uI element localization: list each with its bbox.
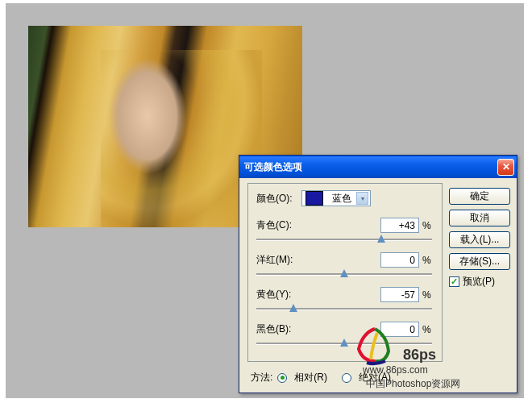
black-slider-thumb[interactable]: [340, 339, 348, 350]
cyan-slider-thumb[interactable]: [377, 235, 385, 246]
magenta-label: 洋红(M):: [256, 253, 301, 267]
ok-button[interactable]: 确定: [449, 188, 510, 205]
relative-label: 相对(R): [294, 371, 327, 384]
cancel-button[interactable]: 取消: [449, 210, 510, 226]
preview-checkbox[interactable]: ✓: [449, 276, 459, 287]
black-input[interactable]: [380, 322, 419, 337]
watermark-desc: 中国Photoshop资源网: [366, 377, 460, 391]
cyan-input[interactable]: [380, 218, 419, 233]
cyan-label: 青色(C):: [256, 218, 301, 232]
cyan-row: 青色(C): %: [256, 218, 434, 233]
watermark-url: www.86ps.com: [363, 364, 428, 376]
black-row: 黑色(B): %: [256, 322, 434, 337]
preview-label: 预览(P): [463, 275, 495, 289]
dialog-body: 颜色(O): 蓝色 ▾ 青色(C): % 洋红(M): %: [239, 178, 517, 393]
watermark-brand: 86ps: [403, 347, 436, 364]
yellow-label: 黄色(Y):: [256, 288, 301, 301]
cyan-slider[interactable]: [256, 235, 432, 246]
color-group: 颜色(O): 蓝色 ▾ 青色(C): % 洋红(M): %: [247, 183, 443, 362]
magenta-slider[interactable]: [256, 269, 432, 280]
colors-dropdown[interactable]: 蓝色 ▾: [301, 190, 371, 206]
magenta-row: 洋红(M): %: [256, 252, 434, 268]
colors-label: 颜色(O):: [256, 192, 301, 206]
magenta-input[interactable]: [380, 252, 419, 268]
yellow-row: 黄色(Y): %: [256, 287, 434, 302]
selective-color-dialog: 可选颜色选项 ✕ 颜色(O): 蓝色 ▾ 青色(C): %: [239, 155, 517, 393]
black-unit: %: [422, 324, 434, 335]
relative-radio[interactable]: [277, 373, 287, 383]
magenta-slider-thumb[interactable]: [340, 269, 348, 280]
button-column: 确定 取消 载入(L)... 存储(S)... ✓ 预览(P): [449, 188, 510, 289]
dialog-titlebar[interactable]: 可选颜色选项 ✕: [239, 156, 517, 178]
yellow-slider[interactable]: [256, 304, 432, 315]
absolute-radio[interactable]: [342, 373, 351, 383]
cyan-unit: %: [422, 220, 434, 231]
yellow-slider-thumb[interactable]: [289, 304, 297, 315]
preview-row[interactable]: ✓ 预览(P): [449, 275, 510, 289]
color-swatch: [305, 191, 323, 206]
yellow-unit: %: [422, 289, 434, 301]
colors-dropdown-value: 蓝色: [332, 192, 351, 206]
magenta-unit: %: [422, 255, 434, 266]
chevron-down-icon: ▾: [356, 192, 368, 205]
close-button[interactable]: ✕: [497, 159, 514, 176]
save-button[interactable]: 存储(S)...: [449, 253, 510, 270]
yellow-input[interactable]: [380, 287, 419, 302]
load-button[interactable]: 载入(L)...: [449, 231, 510, 248]
black-label: 黑色(B):: [256, 322, 301, 336]
method-label: 方法:: [251, 371, 272, 384]
dialog-title: 可选颜色选项: [244, 160, 497, 174]
close-icon: ✕: [502, 161, 510, 172]
colors-row: 颜色(O): 蓝色 ▾: [256, 190, 434, 206]
